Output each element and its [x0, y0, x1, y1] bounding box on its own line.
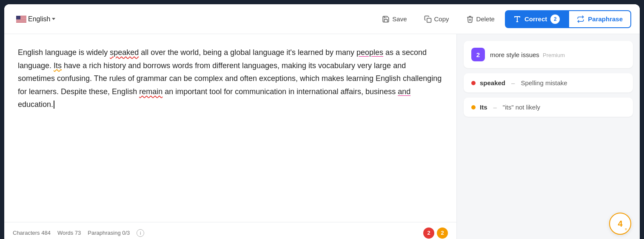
word-peoples: peoples: [356, 48, 383, 57]
language-selector[interactable]: English: [13, 13, 59, 26]
status-left: Characters 484 Words 73 Paraphrasing 0/3…: [13, 229, 144, 237]
words-value: 73: [75, 230, 81, 236]
svg-rect-6: [16, 21, 26, 22]
paraphrase-label: Paraphrase: [588, 15, 623, 23]
text-normal-1: English language is widely: [18, 48, 110, 57]
copy-label: Copy: [434, 15, 449, 23]
correct-label: Correct: [524, 15, 547, 23]
characters-label: Characters: [13, 230, 40, 236]
issue-desc-speaked: Spelling mistake: [521, 79, 567, 86]
copy-button[interactable]: Copy: [417, 12, 456, 26]
word-its: Its: [54, 61, 62, 70]
dot-red-icon: [471, 81, 476, 85]
correct-button[interactable]: Correct 2: [505, 10, 568, 28]
language-label: English: [28, 15, 50, 23]
save-icon: [382, 15, 390, 23]
right-panel: 2 more style issues Premium speaked – Sp…: [457, 34, 640, 239]
issue-sep-1: –: [511, 79, 515, 86]
word-speaked: speaked: [110, 48, 139, 57]
words-label: Words: [57, 230, 73, 236]
chevron-down-icon: [52, 18, 55, 20]
badge-red: 2: [423, 227, 434, 239]
text-normal-5: an important tool for communication in i…: [162, 87, 398, 96]
style-issues-card[interactable]: 2 more style issues Premium: [464, 41, 633, 68]
status-badges: 2 2: [423, 227, 448, 239]
copy-icon: [424, 15, 432, 23]
info-icon[interactable]: i: [137, 229, 144, 237]
toolbar-left: English: [13, 13, 59, 26]
svg-rect-7: [16, 16, 20, 20]
paraphrasing-stat: Paraphrasing 0/3: [88, 230, 130, 236]
floating-count-value: 4: [618, 219, 622, 229]
floating-counter[interactable]: 4 ≡: [609, 213, 631, 235]
issue-word-speaked: speaked: [480, 79, 505, 86]
paraphrasing-value: Paraphrasing 0/3: [88, 230, 130, 236]
characters-stat: Characters 484: [13, 230, 51, 236]
issue-desc-its: "its" not likely: [503, 104, 540, 111]
toolbar-right: Save Copy Delete: [375, 10, 631, 28]
premium-tag: Premium: [543, 52, 565, 58]
dot-orange-icon: [471, 105, 476, 109]
app-container: English Save Copy: [4, 4, 640, 239]
text-normal-6: education.: [18, 100, 53, 109]
save-label: Save: [392, 15, 407, 23]
text-normal-2: all over the world, being a global langu…: [139, 48, 356, 57]
badge-orange: 2: [437, 227, 448, 239]
style-issues-label: more style issues: [490, 51, 539, 58]
flag-icon: [16, 16, 26, 23]
svg-rect-5: [16, 20, 26, 21]
style-issues-text: more style issues Premium: [490, 51, 565, 58]
paraphrase-icon: [577, 15, 584, 23]
word-and: and: [398, 87, 410, 96]
save-button[interactable]: Save: [375, 12, 413, 26]
correct-icon: [513, 15, 521, 23]
issue-sep-2: –: [493, 104, 497, 111]
words-stat: Words 73: [57, 230, 81, 236]
editor-panel: English language is widely speaked all o…: [4, 34, 457, 239]
doc-lines-icon: ≡: [625, 227, 627, 231]
content-area: English language is widely speaked all o…: [4, 34, 640, 239]
word-remain: remain: [139, 87, 162, 96]
delete-label: Delete: [476, 15, 495, 23]
delete-button[interactable]: Delete: [459, 12, 502, 26]
svg-rect-4: [16, 19, 26, 20]
characters-value: 484: [41, 230, 51, 236]
delete-icon: [466, 15, 474, 23]
correct-paraphrase-group: Correct 2 Paraphrase: [505, 10, 631, 28]
issue-word-its: Its: [480, 104, 487, 111]
correct-count-badge: 2: [550, 14, 560, 24]
style-issues-badge: 2: [471, 48, 485, 61]
paraphrase-button[interactable]: Paraphrase: [568, 10, 631, 28]
issue-its[interactable]: Its – "its" not likely: [464, 98, 633, 117]
editor-text[interactable]: English language is widely speaked all o…: [4, 34, 456, 222]
svg-rect-8: [427, 18, 431, 22]
text-cursor: [54, 101, 54, 109]
toolbar: English Save Copy: [4, 4, 640, 34]
issue-speaked[interactable]: speaked – Spelling mistake: [464, 73, 633, 92]
status-bar: Characters 484 Words 73 Paraphrasing 0/3…: [4, 222, 456, 239]
